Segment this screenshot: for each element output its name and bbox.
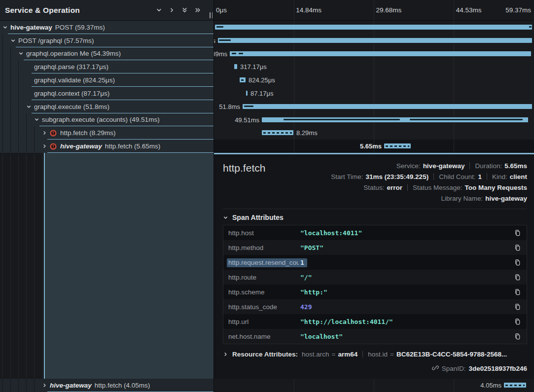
chevron-down-icon[interactable] xyxy=(2,25,10,30)
attribute-key: http.url xyxy=(228,318,300,325)
timeline-tick: 44.53ms xyxy=(456,6,482,14)
attribute-row: http.status_code429 xyxy=(223,299,527,314)
attribute-row: net.host.name"localhost" xyxy=(223,329,527,344)
copy-icon[interactable] xyxy=(513,287,522,296)
copy-icon[interactable] xyxy=(513,243,522,252)
span-duration-bar[interactable] xyxy=(234,64,237,69)
span-bar-row-4[interactable]: 824.25μs xyxy=(214,73,534,87)
resource-attributes-title: Resource Attributes: xyxy=(232,351,298,358)
span-bar-row-bottom[interactable]: 4.05ms xyxy=(214,379,534,392)
duration-label: 824.25μs xyxy=(249,76,275,84)
span-bar-row-1[interactable]: 57.57ms xyxy=(214,34,534,47)
child-span-dashes xyxy=(241,79,244,81)
span-duration-bar[interactable] xyxy=(243,104,532,109)
span-row-1[interactable]: POST /graphql (57.57ms) xyxy=(0,34,214,47)
span-row-6[interactable]: graphql.execute (51.8ms) xyxy=(0,100,214,113)
copy-icon[interactable] xyxy=(513,302,522,311)
span-bar-row-3[interactable]: 317.17μs xyxy=(214,60,534,73)
attribute-key: http.request.resend_count xyxy=(228,259,300,266)
child-span-mark xyxy=(410,119,523,120)
span-label: http.fetch (8.29ms) xyxy=(60,129,116,137)
span-row-9[interactable]: hive-gatewayhttp.fetch (5.65ms) xyxy=(0,140,214,153)
span-label: graphql.execute (51.8ms) xyxy=(34,103,109,110)
span-bar-row-2[interactable]: 54.39ms xyxy=(214,47,534,61)
attribute-value: "http://localhost:4011/" xyxy=(300,318,513,325)
chevron-right-icon[interactable] xyxy=(42,143,50,149)
meta-label: Duration: xyxy=(475,162,502,170)
chevron-down-icon[interactable] xyxy=(26,104,34,109)
span-duration-bar[interactable] xyxy=(240,77,246,82)
chevron-right-icon[interactable] xyxy=(42,130,50,136)
chevron-right-icon[interactable] xyxy=(42,383,50,388)
attribute-value: "http:" xyxy=(300,288,513,296)
span-row-5[interactable]: graphql.context (87.17μs) xyxy=(0,87,214,100)
span-row-7[interactable]: subgraph.execute (accounts) (49.51ms) xyxy=(0,113,214,127)
span-bar-row-9[interactable]: 5.65ms xyxy=(214,140,534,153)
divider xyxy=(433,173,434,180)
span-duration-bar[interactable] xyxy=(246,91,248,96)
span-duration-bar[interactable] xyxy=(262,117,528,122)
span-row-8[interactable]: http.fetch (8.29ms) xyxy=(0,126,214,140)
resource-attributes-row[interactable]: Resource Attributes: host.arch=arm64host… xyxy=(223,346,527,362)
span-duration-bar[interactable] xyxy=(262,130,293,135)
chevron-down-icon[interactable] xyxy=(156,7,162,13)
child-span-mark xyxy=(529,26,532,28)
span-duration-bar[interactable] xyxy=(215,25,532,30)
duration-label: 8.29ms xyxy=(296,129,318,137)
chevron-down-icon[interactable] xyxy=(34,117,42,122)
copy-icon[interactable] xyxy=(513,332,522,341)
child-span-dashes xyxy=(505,385,525,386)
divider xyxy=(469,162,470,169)
pane-resize-handle[interactable] xyxy=(210,12,213,18)
link-icon[interactable] xyxy=(432,364,439,373)
resource-value: arm64 xyxy=(338,351,357,358)
span-duration-bar[interactable] xyxy=(230,51,531,56)
span-timeline: 59.37ms57.57ms54.39ms317.17μs824.25μs87.… xyxy=(214,21,534,153)
span-duration-bar[interactable] xyxy=(218,38,532,43)
duration-label: 87.17μs xyxy=(250,90,274,97)
meta-value: Too Many Requests xyxy=(464,184,527,191)
span-duration-bar[interactable] xyxy=(384,143,411,148)
chevron-down-icon[interactable] xyxy=(10,38,18,43)
copy-icon[interactable] xyxy=(513,258,522,267)
divider xyxy=(487,173,487,180)
span-row-3[interactable]: graphql.parse (317.17μs) xyxy=(0,60,214,73)
copy-icon[interactable] xyxy=(513,317,522,326)
copy-icon[interactable] xyxy=(513,273,522,282)
meta-label: Kind: xyxy=(492,173,507,180)
double-chevron-right-icon[interactable] xyxy=(194,7,201,13)
span-bar-row-8[interactable]: 8.29ms xyxy=(214,126,534,140)
attribute-value: 429 xyxy=(300,303,513,311)
timeline-tick: 59.37ms xyxy=(505,6,531,14)
meta-label: Library Name: xyxy=(441,195,483,202)
span-duration-bar[interactable] xyxy=(504,383,526,388)
span-row-0[interactable]: hive-gatewayPOST (59.37ms) xyxy=(0,21,214,34)
selected-span-expansion-area xyxy=(0,153,214,379)
span-row-bottom[interactable]: hive-gatewayhttp.fetch (4.05ms) xyxy=(0,379,214,392)
equals-sign: = xyxy=(390,351,394,358)
copy-icon[interactable] xyxy=(513,228,522,237)
span-label: graphql.validate (824.25μs) xyxy=(34,76,115,84)
span-bar-row-6[interactable]: 51.8ms xyxy=(214,100,534,113)
attribute-key: http.route xyxy=(228,274,300,281)
chevron-down-icon xyxy=(223,215,228,220)
attribute-value: 1 xyxy=(300,259,513,266)
span-bar-row-5[interactable]: 87.17μs xyxy=(214,87,534,100)
span-attributes-header[interactable]: Span Attributes xyxy=(223,210,527,225)
span-bar-row-7[interactable]: 49.51ms xyxy=(214,113,534,127)
double-chevron-down-icon[interactable] xyxy=(181,7,188,13)
meta-value: error xyxy=(387,184,402,191)
service-operation-header: Service & Operation xyxy=(0,0,214,21)
span-label: POST (59.37ms) xyxy=(55,24,105,31)
chevron-down-icon[interactable] xyxy=(18,51,26,56)
service-name: hive-gateway xyxy=(60,143,102,150)
child-span-mark xyxy=(284,119,400,120)
span-row-2[interactable]: graphql.operation Me (54.39ms) xyxy=(0,47,214,61)
span-meta: Service:hive-gatewayDuration:5.65msStart… xyxy=(275,160,527,204)
span-bar-row-0[interactable]: 59.37ms xyxy=(214,21,534,34)
span-row-4[interactable]: graphql.validate (824.25μs) xyxy=(0,73,214,87)
chevron-right-icon[interactable] xyxy=(169,7,175,13)
resource-attributes-items: host.arch=arm64host.id=BC62E13B-C4CC-585… xyxy=(302,351,507,358)
error-status-icon xyxy=(50,130,57,137)
duration-label: 57.57ms xyxy=(214,37,215,44)
